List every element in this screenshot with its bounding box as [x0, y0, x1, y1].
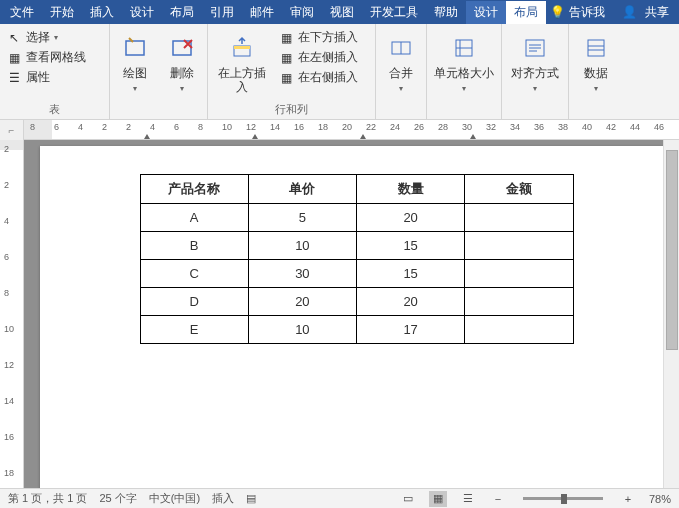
insert-below-icon: ▦ — [278, 30, 294, 46]
page-viewport[interactable]: 产品名称单价数量金额 A520B1015C3015D2020E1017 — [24, 140, 679, 488]
table-row[interactable]: C3015 — [140, 260, 573, 288]
table-cell[interactable]: C — [140, 260, 248, 288]
table-cell[interactable]: 5 — [248, 204, 356, 232]
table-cell[interactable]: 20 — [357, 204, 465, 232]
zoom-level[interactable]: 78% — [649, 493, 671, 505]
table-cell[interactable]: D — [140, 288, 248, 316]
insert-above-button[interactable]: 在上方插入 — [212, 28, 272, 97]
tab-mailings[interactable]: 邮件 — [242, 1, 282, 24]
tab-file[interactable]: 文件 — [2, 1, 42, 24]
insert-below-button[interactable]: ▦在下方插入 — [276, 28, 360, 47]
view-print-button[interactable]: ▦ — [429, 491, 447, 507]
status-mode[interactable]: 插入 — [212, 491, 234, 506]
group-rows-cols-label: 行和列 — [212, 100, 371, 119]
tab-design[interactable]: 设计 — [122, 1, 162, 24]
zoom-slider-thumb[interactable] — [561, 494, 567, 504]
table-row[interactable]: E1017 — [140, 316, 573, 344]
tab-references[interactable]: 引用 — [202, 1, 242, 24]
ruler-vertical[interactable]: 224681012141618 — [0, 140, 24, 488]
tab-layout[interactable]: 布局 — [162, 1, 202, 24]
insert-above-icon — [226, 32, 258, 64]
table-row[interactable]: B1015 — [140, 232, 573, 260]
cell-size-icon — [448, 32, 480, 64]
document-table[interactable]: 产品名称单价数量金额 A520B1015C3015D2020E1017 — [140, 174, 574, 344]
table-cell[interactable]: 20 — [248, 288, 356, 316]
zoom-slider[interactable] — [523, 497, 603, 500]
share-button[interactable]: 共享 — [637, 1, 677, 24]
alignment-button[interactable]: 对齐方式▾ — [506, 28, 564, 97]
table-cell[interactable] — [465, 232, 573, 260]
table-header[interactable]: 金额 — [465, 175, 573, 204]
data-icon — [580, 32, 612, 64]
draw-table-button[interactable]: 绘图▾ — [114, 28, 157, 97]
insert-left-button[interactable]: ▦在左侧插入 — [276, 48, 360, 67]
draw-icon — [119, 32, 151, 64]
status-words[interactable]: 25 个字 — [99, 491, 136, 506]
table-row[interactable]: D2020 — [140, 288, 573, 316]
table-cell[interactable]: B — [140, 232, 248, 260]
tab-help[interactable]: 帮助 — [426, 1, 466, 24]
view-gridlines-button[interactable]: ▦查看网格线 — [4, 48, 105, 67]
tab-table-layout[interactable]: 布局 — [506, 1, 546, 24]
tab-table-design[interactable]: 设计 — [466, 1, 506, 24]
hruler[interactable]: 8642246810121416182022242628303234363840… — [24, 120, 679, 139]
tell-me[interactable]: 告诉我 — [569, 1, 613, 24]
status-language[interactable]: 中文(中国) — [149, 491, 200, 506]
tab-insert[interactable]: 插入 — [82, 1, 122, 24]
align-icon — [519, 32, 551, 64]
table-cell[interactable]: 17 — [357, 316, 465, 344]
delete-button[interactable]: 删除▾ — [161, 28, 204, 97]
insert-left-icon: ▦ — [278, 50, 294, 66]
page: 产品名称单价数量金额 A520B1015C3015D2020E1017 — [40, 146, 664, 488]
merge-icon — [385, 32, 417, 64]
insert-right-icon: ▦ — [278, 70, 294, 86]
delete-icon — [166, 32, 198, 64]
table-header[interactable]: 产品名称 — [140, 175, 248, 204]
select-button[interactable]: ↖选择▾ — [4, 28, 105, 47]
status-page[interactable]: 第 1 页，共 1 页 — [8, 491, 87, 506]
group-draw-label — [114, 115, 203, 119]
table-cell[interactable]: 10 — [248, 316, 356, 344]
macro-icon[interactable]: ▤ — [246, 492, 256, 505]
view-web-button[interactable]: ☰ — [459, 491, 477, 507]
table-cell[interactable] — [465, 260, 573, 288]
zoom-in-button[interactable]: + — [619, 491, 637, 507]
table-cell[interactable]: 15 — [357, 260, 465, 288]
table-row[interactable]: A520 — [140, 204, 573, 232]
merge-button[interactable]: 合并▾ — [380, 28, 422, 97]
cell-size-button[interactable]: 单元格大小▾ — [431, 28, 497, 97]
table-cell[interactable]: A — [140, 204, 248, 232]
tab-developer[interactable]: 开发工具 — [362, 1, 426, 24]
scrollbar-vertical[interactable] — [663, 140, 679, 488]
document-area: 224681012141618 产品名称单价数量金额 A520B1015C301… — [0, 140, 679, 488]
table-header[interactable]: 数量 — [357, 175, 465, 204]
table-cell[interactable]: 30 — [248, 260, 356, 288]
menu-bar: 文件 开始 插入 设计 布局 引用 邮件 审阅 视图 开发工具 帮助 设计 布局… — [0, 0, 679, 24]
tab-home[interactable]: 开始 — [42, 1, 82, 24]
insert-right-button[interactable]: ▦在右侧插入 — [276, 68, 360, 87]
ruler-horizontal: ⌐ 86422468101214161820222426283032343638… — [0, 120, 679, 140]
table-cell[interactable]: 20 — [357, 288, 465, 316]
table-cell[interactable]: E — [140, 316, 248, 344]
table-cell[interactable] — [465, 288, 573, 316]
group-table-label: 表 — [4, 100, 105, 119]
grid-icon: ▦ — [6, 50, 22, 66]
table-cell[interactable] — [465, 316, 573, 344]
pointer-icon: ↖ — [6, 30, 22, 46]
svg-rect-11 — [588, 40, 604, 56]
data-button[interactable]: 数据▾ — [573, 28, 619, 97]
tell-me-icon: 💡 — [550, 5, 565, 19]
table-cell[interactable]: 15 — [357, 232, 465, 260]
table-header[interactable]: 单价 — [248, 175, 356, 204]
table-cell[interactable] — [465, 204, 573, 232]
scrollbar-thumb[interactable] — [666, 150, 678, 350]
properties-icon: ☰ — [6, 70, 22, 86]
table-cell[interactable]: 10 — [248, 232, 356, 260]
svg-rect-3 — [234, 46, 250, 49]
zoom-out-button[interactable]: − — [489, 491, 507, 507]
view-read-button[interactable]: ▭ — [399, 491, 417, 507]
tab-review[interactable]: 审阅 — [282, 1, 322, 24]
tab-view[interactable]: 视图 — [322, 1, 362, 24]
properties-button[interactable]: ☰属性 — [4, 68, 105, 87]
ruler-corner: ⌐ — [0, 120, 24, 140]
